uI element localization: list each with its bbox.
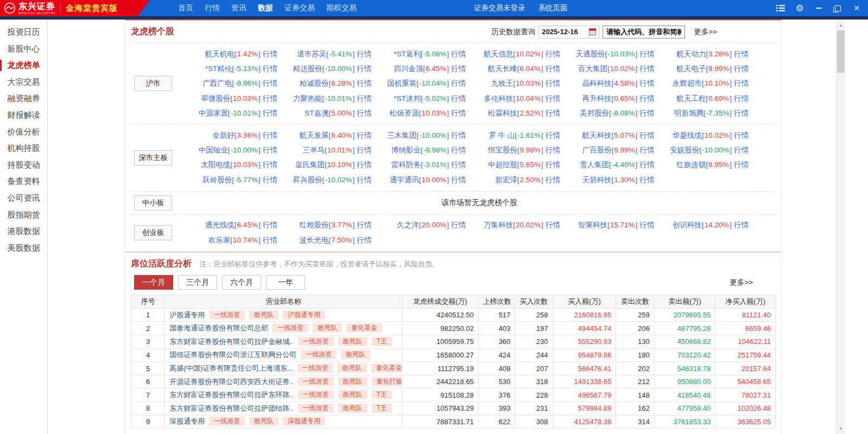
quote-link[interactable]: 行情 (734, 65, 749, 73)
stock-name-link[interactable]: 航天长峰 (488, 65, 517, 73)
list-menu-icon[interactable] (776, 3, 785, 13)
period-tab-4[interactable]: 一年 (266, 275, 305, 290)
scroll-down-arrow[interactable]: ▼ (837, 424, 845, 433)
quote-link[interactable]: 行情 (263, 131, 277, 139)
stock-name-link[interactable]: 安妮股份 (670, 146, 699, 154)
stock-name-link[interactable]: 航天科技 (582, 131, 612, 139)
stock-name-link[interactable]: 广百股份 (582, 146, 612, 154)
nav-item-1[interactable]: 首页 (178, 3, 193, 13)
quote-link[interactable]: 行情 (451, 65, 466, 73)
more-link-analysis[interactable]: 更多>> (730, 278, 753, 288)
stock-name-link[interactable]: ST嘉澳 (305, 109, 328, 117)
stock-name-link[interactable]: 永辉超市 (673, 79, 702, 87)
quote-link[interactable]: 行情 (734, 131, 749, 139)
sidebar-item-10[interactable]: 备查资料 (0, 173, 47, 190)
quote-link[interactable]: 行情 (546, 50, 560, 58)
stock-name-link[interactable]: 中国铀业 (199, 146, 228, 154)
quote-link[interactable]: 行情 (734, 109, 749, 117)
nav-item-4[interactable]: 数据 (258, 3, 273, 13)
stock-name-link[interactable]: 欢乐家 (208, 236, 231, 244)
quote-link[interactable]: 行情 (263, 109, 277, 117)
quote-link[interactable]: 行情 (451, 131, 466, 139)
quote-link[interactable]: 行情 (357, 131, 371, 139)
vertical-scrollbar[interactable]: ▲ ▼ (836, 20, 845, 434)
stock-name-link[interactable]: 红相股份 (300, 221, 329, 229)
quote-link[interactable]: 行情 (357, 146, 371, 154)
stock-name-link[interactable]: 智莱科技 (578, 221, 607, 229)
quote-link[interactable]: 行情 (357, 109, 371, 117)
system-page-link[interactable]: 系统页面 (538, 3, 568, 13)
quote-link[interactable]: 行情 (734, 50, 749, 58)
quote-link[interactable]: 行情 (546, 65, 560, 73)
quote-link[interactable]: 行情 (734, 94, 749, 103)
sidebar-item-1[interactable]: 投资日历 (0, 24, 47, 41)
quote-link[interactable]: 行情 (546, 94, 560, 103)
quote-link[interactable]: 行情 (639, 131, 654, 139)
stock-name-link[interactable]: 恒宝股份 (488, 146, 517, 154)
nav-item-3[interactable]: 资讯 (231, 3, 246, 13)
quote-link[interactable]: 行情 (546, 131, 560, 139)
quote-link[interactable]: 行情 (639, 146, 654, 154)
stock-name-link[interactable]: 天通股份 (576, 50, 605, 58)
stock-name-link[interactable]: 华菱线缆 (673, 131, 702, 139)
stock-name-link[interactable]: 皇氏集团 (295, 161, 325, 169)
nav-item-2[interactable]: 行情 (205, 3, 220, 13)
stock-name-link[interactable]: 四川金顶 (394, 65, 423, 73)
quote-link[interactable]: 行情 (451, 176, 466, 184)
branch-name-link[interactable]: 国信证券股份有限公司浙江互联网分公司 (169, 350, 296, 359)
stock-name-link[interactable]: 晶科科技 (582, 79, 612, 87)
stock-name-link[interactable]: 久之洋 (397, 221, 419, 229)
quote-link[interactable]: 行情 (546, 221, 560, 229)
stock-name-link[interactable]: 再升科技 (582, 94, 612, 103)
quote-link[interactable]: 行情 (546, 109, 560, 117)
stock-name-link[interactable]: 天箭科技 (582, 176, 612, 184)
quote-link[interactable]: 行情 (263, 161, 277, 169)
stock-name-link[interactable]: 广西广电 (202, 79, 232, 87)
stock-name-link[interactable]: 雪人集团 (580, 161, 609, 169)
stock-name-link[interactable]: 航天电子 (676, 65, 706, 73)
quote-link[interactable]: 行情 (357, 65, 371, 73)
quote-link[interactable]: 行情 (639, 176, 654, 184)
restore-window-icon[interactable] (833, 3, 842, 13)
quote-link[interactable]: 行情 (451, 79, 466, 87)
stock-name-link[interactable]: 通宇通讯 (390, 176, 419, 184)
quote-link[interactable]: 行情 (639, 221, 654, 229)
quote-link[interactable]: 行情 (357, 50, 371, 58)
stock-name-link[interactable]: 多伦科技 (484, 94, 513, 103)
nav-item-5[interactable]: 证券交易 (284, 3, 315, 13)
quote-link[interactable]: 行情 (357, 236, 371, 244)
stock-name-link[interactable]: 博纳影业 (391, 146, 421, 154)
market-tab-1[interactable]: 沪市 (134, 76, 172, 91)
stock-name-link[interactable]: 新宏泽 (495, 176, 517, 184)
stock-name-link[interactable]: 航天信息 (484, 50, 513, 58)
more-link-stocks[interactable]: 更多>> (694, 27, 717, 37)
stock-name-link[interactable]: 精达股份 (293, 65, 322, 73)
stock-name-link[interactable]: 力聚热能 (293, 94, 322, 103)
quote-link[interactable]: 行情 (357, 79, 371, 87)
stock-name-link[interactable]: 柏诚股份 (300, 79, 329, 87)
stock-name-link[interactable]: 昇兴股份 (293, 176, 322, 184)
stock-name-link[interactable]: *ST沐邦 (394, 94, 421, 103)
market-tab-4[interactable]: 创业板 (134, 225, 172, 240)
quote-link[interactable]: 行情 (263, 50, 277, 58)
stock-name-link[interactable]: 通光线缆 (205, 221, 235, 229)
stock-name-link[interactable]: 航天机电 (205, 50, 235, 58)
stock-search-input[interactable] (603, 25, 685, 39)
close-icon[interactable]: ✕ (852, 3, 861, 13)
quote-link[interactable]: 行情 (639, 94, 654, 103)
branch-name-link[interactable]: 沪股通专用 (169, 311, 205, 319)
stock-name-link[interactable]: 波长光电 (300, 236, 329, 244)
quote-link[interactable]: 行情 (451, 146, 466, 154)
sidebar-item-12[interactable]: 股指期货 (0, 207, 47, 224)
stock-name-link[interactable]: 航天动力 (676, 50, 706, 58)
quote-link[interactable]: 行情 (639, 50, 654, 58)
sidebar-item-5[interactable]: 融资融券 (0, 90, 47, 107)
sidebar-item-11[interactable]: 公司资讯 (0, 190, 47, 207)
scrollbar-thumb[interactable] (837, 30, 845, 73)
settings-gear-icon[interactable]: ⚙ (795, 3, 804, 13)
stock-name-link[interactable]: 创识科技 (673, 221, 702, 229)
stock-name-link[interactable]: 红旗连锁 (676, 161, 706, 169)
stock-name-link[interactable]: 三木集团 (387, 131, 416, 139)
quote-link[interactable]: 行情 (263, 236, 277, 244)
quote-link[interactable]: 行情 (357, 221, 371, 229)
